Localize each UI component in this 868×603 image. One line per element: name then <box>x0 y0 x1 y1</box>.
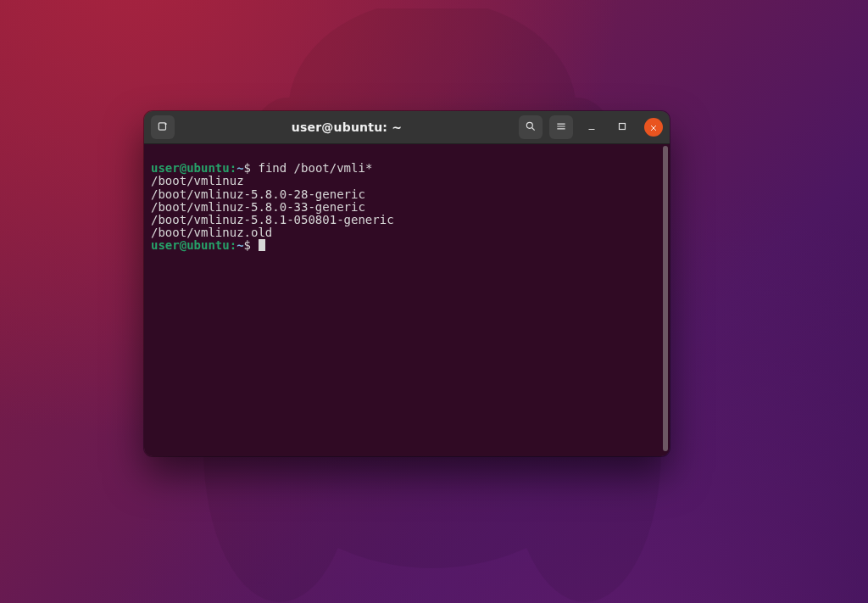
window-title: user@ubuntu: ~ <box>175 120 519 134</box>
prompt-symbol: $ <box>244 238 251 252</box>
svg-rect-7 <box>159 122 165 129</box>
terminal-body[interactable]: user@ubuntu:~$ find /boot/vmli* /boot/vm… <box>144 144 670 456</box>
terminal-command: find /boot/vmli* <box>258 161 372 175</box>
terminal-window: user@ubuntu: ~ <box>144 111 670 456</box>
prompt-path: ~ <box>236 238 243 252</box>
terminal-scrollbar[interactable] <box>663 146 668 451</box>
search-button[interactable] <box>519 115 542 139</box>
prompt-symbol: $ <box>244 161 251 175</box>
maximize-icon <box>616 120 628 136</box>
prompt-sep: : <box>230 238 236 252</box>
prompt-path: ~ <box>236 161 243 175</box>
search-icon <box>525 120 537 136</box>
prompt-userhost: user@ubuntu <box>151 161 230 175</box>
terminal-cursor <box>259 239 265 251</box>
close-button[interactable] <box>644 118 663 137</box>
hamburger-icon <box>555 120 567 136</box>
new-tab-button[interactable] <box>151 115 175 139</box>
prompt-sep: : <box>230 161 236 175</box>
new-tab-icon <box>157 120 169 136</box>
terminal-output-line: /boot/vmlinuz-5.8.0-33-generic <box>151 200 365 214</box>
svg-rect-16 <box>620 123 626 129</box>
terminal-output-line: /boot/vmlinuz-5.8.1-050801-generic <box>151 213 394 226</box>
svg-point-10 <box>526 122 532 128</box>
minimize-icon <box>586 120 598 136</box>
menu-button[interactable] <box>549 115 573 139</box>
terminal-output-line: /boot/vmlinuz-5.8.0-28-generic <box>151 187 365 201</box>
desktop-wallpaper: user@ubuntu: ~ <box>0 0 868 603</box>
terminal-output-line: /boot/vmlinuz <box>151 174 244 187</box>
close-icon <box>649 120 658 136</box>
minimize-button[interactable] <box>580 115 604 139</box>
maximize-button[interactable] <box>610 115 634 139</box>
titlebar[interactable]: user@ubuntu: ~ <box>144 111 670 144</box>
terminal-output-line: /boot/vmlinuz.old <box>151 226 272 239</box>
svg-line-11 <box>532 127 535 130</box>
prompt-userhost: user@ubuntu <box>151 238 230 252</box>
